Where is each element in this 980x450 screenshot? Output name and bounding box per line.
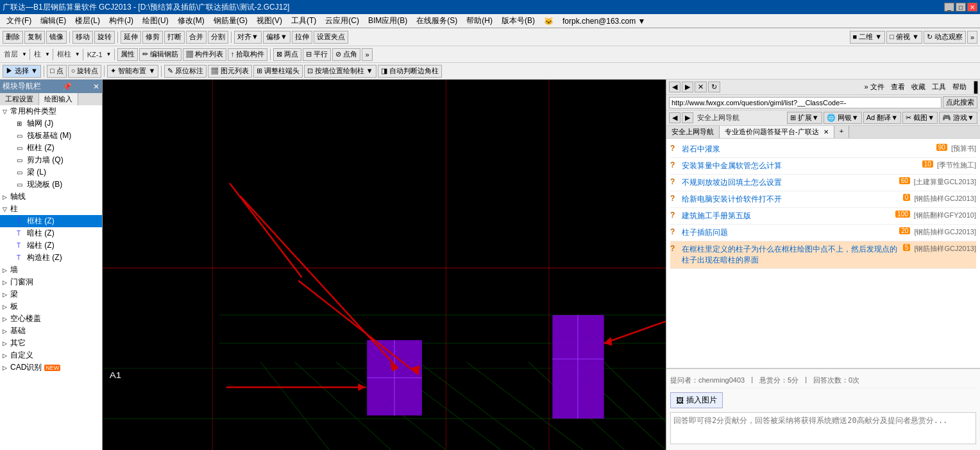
rp-forward-btn[interactable]: ▶ (682, 82, 693, 92)
btn-dynamic-view[interactable]: ↻ 动态观察 (924, 31, 966, 44)
rp-nav-fwd2[interactable]: ▶ (682, 112, 693, 123)
btn-properties[interactable]: 属性 (117, 48, 138, 61)
btn-stretch[interactable]: 拉伸 (292, 31, 312, 44)
rp-stop-btn[interactable]: ✕ (695, 82, 707, 92)
btn-adjust-col-head[interactable]: ⊞ 调整柱端头 (253, 65, 303, 78)
btn-draw-by-wall[interactable]: ⊡ 按墙位置绘制柱 ▼ (304, 65, 376, 78)
tree-wall[interactable]: ▷ 墙 (0, 264, 102, 276)
btn-copy[interactable]: 复制 (24, 31, 45, 44)
btn-original-annotation[interactable]: ✎ 原位标注 (164, 65, 207, 78)
tree-opening[interactable]: ▷ 门窗洞 (0, 276, 102, 288)
right-tab-new[interactable]: + (834, 126, 849, 138)
right-tab-qa-close[interactable]: ✕ (824, 128, 829, 135)
right-tab-safe-nav[interactable]: 安全上网导航 (666, 126, 720, 138)
tree-column-group[interactable]: ▽ 柱 (0, 203, 102, 215)
rp-bank-btn[interactable]: 🌐 网银▼ (824, 112, 862, 124)
btn-element-list[interactable]: ▦ 图元列表 (208, 65, 251, 78)
menu-cloud[interactable]: 云应用(C) (321, 14, 363, 28)
insert-img-button[interactable]: 🖼 插入图片 (670, 392, 723, 408)
menu-help[interactable]: 帮助(H) (462, 14, 496, 28)
menu-online[interactable]: 在线服务(S) (412, 14, 461, 28)
qa-link-1[interactable]: 岩石中灌浆 (682, 144, 933, 155)
canvas-area[interactable]: A1 2000 (103, 80, 666, 450)
menu-edit[interactable]: 编辑(E) (37, 14, 70, 28)
sidebar-pin-icon[interactable]: 📌 (62, 82, 72, 91)
qa-link-7[interactable]: 在框柱里定义的柱子为什么在框柱绘图中点不上，然后发现点的柱子出现在暗柱的界面 (682, 244, 899, 266)
btn-offset[interactable]: 偏移▼ (263, 31, 291, 44)
tree-common-types[interactable]: ▽ 常用构件类型 (0, 105, 102, 117)
qa-link-2[interactable]: 安装算量中金属软管怎么计算 (682, 160, 918, 171)
rp-translate-btn[interactable]: Ad 翻译▼ (863, 112, 901, 124)
btn-component-list[interactable]: ▦ 构件列表 (183, 48, 226, 61)
rp-games-btn[interactable]: 🎮 游戏▼ (939, 112, 977, 124)
menu-component[interactable]: 构件(J) (105, 14, 137, 28)
tree-raft-foundation[interactable]: ▭ 筏板基础 (M) (0, 130, 102, 142)
sidebar-close-icon[interactable]: ✕ (93, 82, 99, 91)
qa-link-3[interactable]: 不规则放坡边回填土怎么设置 (682, 177, 895, 188)
tree-frame-col[interactable]: T 框柱 (Z) (0, 215, 102, 227)
btn-view-mode[interactable]: □ 俯视 ▼ (886, 31, 922, 44)
tree-frame-col-common[interactable]: ▭ 框柱 (Z) (0, 142, 102, 154)
menu-draw[interactable]: 绘图(U) (139, 14, 173, 28)
btn-rotate[interactable]: 旋转 (94, 31, 115, 44)
btn-draw-point[interactable]: □ 点 (47, 65, 67, 78)
rp-tools-menu[interactable]: 工具 (929, 82, 949, 92)
btn-move[interactable]: 移动 (72, 31, 93, 44)
menu-version[interactable]: 版本号(B) (498, 14, 539, 28)
tree-axisline[interactable]: ▷ 轴线 (0, 191, 102, 203)
rp-back-btn[interactable]: ◀ (669, 82, 680, 92)
rp-nav-back2[interactable]: ◀ (669, 112, 680, 123)
tree-other[interactable]: ▷ 其它 (0, 337, 102, 349)
menu-view[interactable]: 视图(V) (253, 14, 286, 28)
rp-file-menu[interactable]: » 文件 (861, 82, 886, 92)
close-button[interactable]: ✕ (967, 3, 977, 12)
btn-delete[interactable]: 删除 (3, 31, 23, 44)
tree-beam[interactable]: ▭ 梁 (L) (0, 166, 102, 178)
rp-extend-btn[interactable]: ⊞ 扩展▼ (787, 112, 822, 124)
btn-2d[interactable]: ■ 二维 ▼ (850, 31, 886, 44)
menu-modify[interactable]: 修改(M) (174, 14, 208, 28)
menu-tools[interactable]: 工具(T) (287, 14, 320, 28)
rp-refresh-btn[interactable]: ↻ (708, 82, 720, 92)
btn-two-points[interactable]: ⊠ 两点 (273, 48, 301, 61)
qa-link-6[interactable]: 柱子插筋问题 (682, 227, 895, 238)
btn-mirror[interactable]: 镜像 (46, 31, 67, 44)
tree-slab[interactable]: ▭ 现浇板 (B) (0, 178, 102, 191)
btn-trim[interactable]: 修剪 (142, 31, 163, 44)
btn-split[interactable]: 分割 (208, 31, 228, 44)
right-tab-qa[interactable]: 专业造价问题答疑平台-广联达 ✕ (720, 126, 834, 138)
tree-hollow-floor[interactable]: ▷ 空心楼盖 (0, 313, 102, 325)
menu-floor[interactable]: 楼层(L) (71, 14, 104, 28)
maximize-button[interactable]: □ (956, 3, 966, 12)
btn-break[interactable]: 打断 (164, 31, 185, 44)
menu-rebar[interactable]: 钢筋量(G) (210, 14, 251, 28)
sidebar-tab-project-settings[interactable]: 工程设置 (0, 93, 39, 105)
answer-textarea[interactable] (670, 412, 976, 444)
menu-bim[interactable]: BIM应用(B) (364, 14, 411, 28)
search-btn[interactable]: 点此搜索 (943, 96, 977, 108)
rp-screenshot-btn[interactable]: ✂ 截图▼ (902, 112, 938, 124)
btn-pick-component[interactable]: ↑ 拾取构件 (228, 48, 268, 61)
tree-slab2[interactable]: ▷ 板 (0, 300, 102, 313)
btn-align[interactable]: 对齐▼ (234, 31, 262, 44)
tree-custom[interactable]: ▷ 自定义 (0, 349, 102, 361)
tree-struct-col[interactable]: T 构造柱 (Z) (0, 252, 102, 264)
btn-set-grip[interactable]: 设置夹点 (314, 31, 348, 44)
btn-auto-corner[interactable]: ◨ 自动判断边角柱 (378, 65, 442, 78)
sidebar-tab-drawing-input[interactable]: 绘图输入 (39, 93, 78, 105)
rp-fav-menu[interactable]: 收藏 (909, 82, 928, 92)
tree-shear-wall[interactable]: ▭ 剪力墙 (Q) (0, 154, 102, 166)
rp-view-menu[interactable]: 查看 (888, 82, 908, 92)
tree-foundation[interactable]: ▷ 基础 (0, 325, 102, 337)
btn-select[interactable]: ▶ 选择 ▼ (3, 65, 41, 78)
tree-cad[interactable]: ▷ CAD识别 NEW (0, 361, 102, 374)
menu-user[interactable]: forpk.chen@163.com ▼ (559, 15, 649, 27)
btn-point-angle[interactable]: ⊘ 点角 (332, 48, 360, 61)
tree-beam2[interactable]: ▷ 梁 (0, 288, 102, 300)
btn-toolbar2-more[interactable]: » (362, 48, 372, 61)
btn-parallel[interactable]: ⊟ 平行 (303, 48, 331, 61)
tree-end-col[interactable]: T 端柱 (Z) (0, 239, 102, 252)
btn-edit-rebar[interactable]: ✏ 编辑钢筋 (139, 48, 182, 61)
url-input[interactable] (669, 97, 942, 108)
qa-link-5[interactable]: 建筑施工手册第五版 (682, 211, 891, 221)
